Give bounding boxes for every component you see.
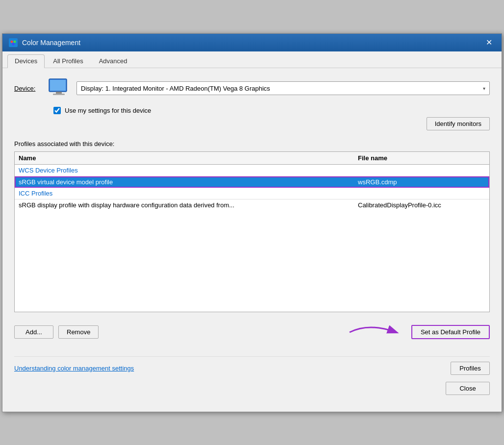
action-row: Add... Remove Set as Default Profile <box>14 320 490 345</box>
monitor-icon <box>48 78 70 99</box>
col-name-header: Name <box>19 154 358 162</box>
title-bar: Color Management ✕ <box>2 34 502 51</box>
svg-rect-6 <box>56 92 62 94</box>
window-title: Color Management <box>22 39 80 47</box>
close-button[interactable]: Close <box>446 382 490 395</box>
app-icon <box>8 38 18 48</box>
arrow-annotation <box>345 320 403 345</box>
srgb-virtual-profile-file: wsRGB.cdmp <box>358 178 485 186</box>
wcs-group-header: WCS Device Profiles <box>15 165 489 176</box>
use-settings-label: Use my settings for this device <box>65 107 151 114</box>
action-left-buttons: Add... Remove <box>14 325 99 339</box>
identify-row: Identify monitors <box>14 117 490 130</box>
tab-advanced[interactable]: Advanced <box>92 54 135 68</box>
device-dropdown-text: Display: 1. Integrated Monitor - AMD Rad… <box>81 85 270 92</box>
device-row: Device: Display: 1. Integrated Monitor -… <box>14 78 490 99</box>
device-dropdown[interactable]: Display: 1. Integrated Monitor - AMD Rad… <box>76 81 490 95</box>
checkbox-row: Use my settings for this device <box>53 107 490 114</box>
window-close-button[interactable]: ✕ <box>482 38 496 48</box>
tab-devices[interactable]: Devices <box>7 54 45 68</box>
tab-all-profiles[interactable]: All Profiles <box>46 54 90 68</box>
icc-profile-file: CalibratedDisplayProfile-0.icc <box>358 201 485 209</box>
icc-group-header: ICC Profiles <box>15 188 489 199</box>
svg-rect-5 <box>50 80 66 91</box>
svg-point-2 <box>14 40 16 43</box>
svg-rect-7 <box>53 94 65 95</box>
srgb-virtual-profile-row[interactable]: sRGB virtual device model profile wsRGB.… <box>15 176 489 188</box>
use-settings-checkbox[interactable] <box>53 107 61 114</box>
svg-point-1 <box>11 40 13 43</box>
understanding-link[interactable]: Understanding color management settings <box>14 365 134 372</box>
svg-point-3 <box>12 43 15 45</box>
table-body: WCS Device Profiles sRGB virtual device … <box>15 165 489 312</box>
profiles-section-label: Profiles associated with this device: <box>14 140 490 148</box>
device-label: Device: <box>14 85 41 92</box>
dropdown-arrow-icon: ▾ <box>483 86 485 91</box>
identify-monitors-button[interactable]: Identify monitors <box>427 117 490 130</box>
title-bar-left: Color Management <box>8 38 80 48</box>
profiles-button[interactable]: Profiles <box>451 362 490 375</box>
profiles-table: Name File name WCS Device Profiles sRGB … <box>14 151 490 312</box>
color-management-window: Color Management ✕ Devices All Profiles … <box>2 33 502 412</box>
icc-profile-row[interactable]: sRGB display profile with display hardwa… <box>15 199 489 211</box>
main-content: Device: Display: 1. Integrated Monitor -… <box>2 68 502 412</box>
srgb-virtual-profile-name: sRGB virtual device model profile <box>19 178 358 186</box>
table-header: Name File name <box>15 152 489 165</box>
remove-button[interactable]: Remove <box>58 325 99 339</box>
col-file-header: File name <box>358 154 485 162</box>
footer-row: Understanding color management settings … <box>14 356 490 382</box>
close-area: Close <box>14 382 490 402</box>
set-default-profile-button[interactable]: Set as Default Profile <box>411 325 490 339</box>
action-right-area: Set as Default Profile <box>345 320 490 345</box>
tab-bar: Devices All Profiles Advanced <box>2 51 502 68</box>
add-button[interactable]: Add... <box>14 325 53 339</box>
icc-profile-name: sRGB display profile with display hardwa… <box>19 201 358 209</box>
svg-rect-0 <box>9 38 18 47</box>
